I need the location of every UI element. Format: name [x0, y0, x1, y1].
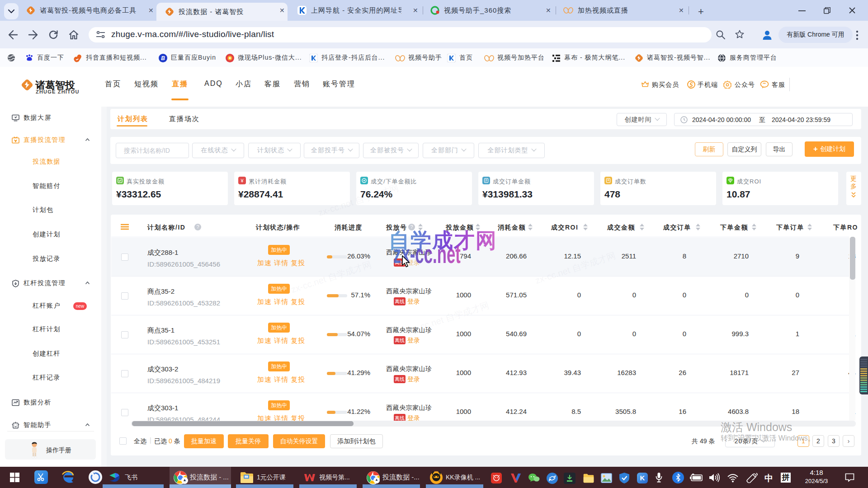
svg-text:B: B — [161, 55, 165, 61]
